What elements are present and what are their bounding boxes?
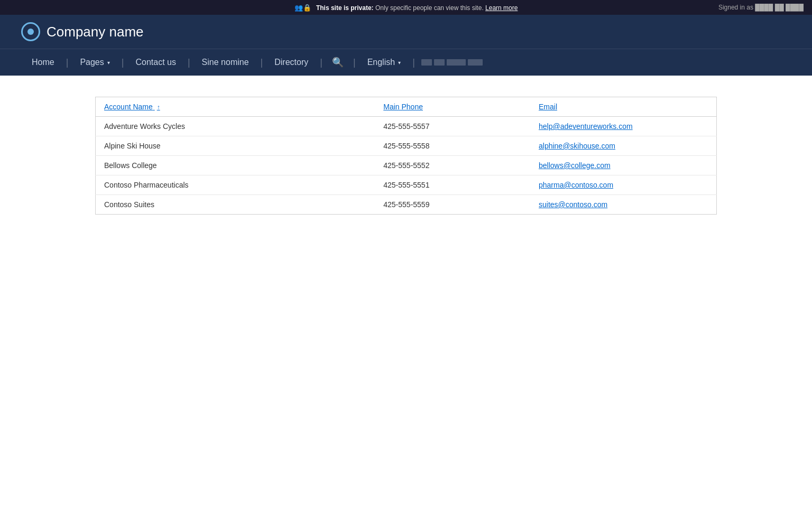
- cell-phone: 425-555-5551: [375, 175, 530, 195]
- banner-text: 👥🔒 This site is private: Only specific p…: [294, 4, 518, 12]
- pages-dropdown-icon: ▾: [107, 60, 110, 66]
- nav-item-sine-nomine[interactable]: Sine nomine: [191, 50, 260, 75]
- email-link[interactable]: help@adeventureworks.com: [539, 122, 633, 131]
- table-row: Adventure Works Cycles425-555-5557help@a…: [96, 117, 717, 136]
- cell-email: alphine@skihouse.com: [530, 136, 717, 156]
- col-account-name[interactable]: Account Name ↑: [96, 97, 375, 117]
- cell-account-name: Contoso Suites: [96, 195, 375, 215]
- nav-separator-7: |: [411, 57, 416, 68]
- signed-in-label: Signed in as ████ ██ ████: [718, 4, 804, 11]
- cell-phone: 425-555-5558: [375, 136, 530, 156]
- nav-extra-block-4: [468, 59, 483, 66]
- cell-phone: 425-555-5552: [375, 156, 530, 175]
- email-link[interactable]: pharma@contoso.com: [539, 181, 613, 189]
- col-main-phone[interactable]: Main Phone: [375, 97, 530, 117]
- site-nav: Home | Pages ▾ | Contact us | Sine nomin…: [0, 49, 812, 76]
- nav-separator-3: |: [187, 57, 191, 68]
- signed-in-user: ████ ██ ████: [755, 4, 804, 11]
- cell-email: bellows@college.com: [530, 156, 717, 175]
- nav-extra-block-2: [434, 59, 445, 66]
- nav-separator-5: |: [319, 57, 324, 68]
- nav-separator-2: |: [121, 57, 125, 68]
- nav-separator-4: |: [260, 57, 264, 68]
- nav-item-pages[interactable]: Pages ▾: [69, 50, 120, 75]
- private-icon: 👥🔒: [294, 4, 311, 12]
- main-content: Account Name ↑ Main Phone Email Adventur…: [0, 76, 812, 236]
- cell-account-name: Contoso Pharmaceuticals: [96, 175, 375, 195]
- email-link[interactable]: alphine@skihouse.com: [539, 142, 615, 150]
- nav-extra-block-3: [447, 59, 466, 66]
- site-title: Company name: [47, 24, 144, 40]
- cell-email: help@adeventureworks.com: [530, 117, 717, 136]
- cell-phone: 425-555-5557: [375, 117, 530, 136]
- table-header-row: Account Name ↑ Main Phone Email: [96, 97, 717, 117]
- top-banner: 👥🔒 This site is private: Only specific p…: [0, 0, 812, 15]
- email-link[interactable]: bellows@college.com: [539, 161, 611, 170]
- sort-arrow-icon: ↑: [157, 104, 160, 111]
- banner-description: Only specific people can view this site.: [375, 4, 484, 12]
- nav-extras: [416, 52, 488, 73]
- directory-table: Account Name ↑ Main Phone Email Adventur…: [95, 97, 717, 215]
- nav-extra-block-1: [421, 59, 432, 66]
- logo-circle: [21, 22, 40, 41]
- search-icon[interactable]: 🔍: [324, 49, 352, 76]
- cell-email: pharma@contoso.com: [530, 175, 717, 195]
- english-dropdown-icon: ▾: [398, 60, 401, 66]
- nav-item-home[interactable]: Home: [21, 50, 65, 75]
- cell-email: suites@contoso.com: [530, 195, 717, 215]
- logo-inner-circle: [27, 29, 34, 35]
- cell-phone: 425-555-5559: [375, 195, 530, 215]
- col-email[interactable]: Email: [530, 97, 717, 117]
- nav-item-contact[interactable]: Contact us: [125, 50, 186, 75]
- banner-private-label: This site is private:: [316, 4, 374, 12]
- site-header: Company name: [0, 15, 812, 49]
- nav-separator-1: |: [65, 57, 70, 68]
- cell-account-name: Bellows College: [96, 156, 375, 175]
- cell-account-name: Alpine Ski House: [96, 136, 375, 156]
- learn-more-link[interactable]: Learn more: [485, 4, 518, 12]
- table-row: Contoso Pharmaceuticals425-555-5551pharm…: [96, 175, 717, 195]
- cell-account-name: Adventure Works Cycles: [96, 117, 375, 136]
- site-logo: Company name: [21, 22, 144, 41]
- table-row: Bellows College425-555-5552bellows@colle…: [96, 156, 717, 175]
- nav-item-directory[interactable]: Directory: [264, 50, 319, 75]
- table-row: Alpine Ski House425-555-5558alphine@skih…: [96, 136, 717, 156]
- nav-separator-6: |: [352, 57, 357, 68]
- table-row: Contoso Suites425-555-5559suites@contoso…: [96, 195, 717, 215]
- nav-item-english[interactable]: English ▾: [357, 50, 411, 75]
- email-link[interactable]: suites@contoso.com: [539, 200, 607, 209]
